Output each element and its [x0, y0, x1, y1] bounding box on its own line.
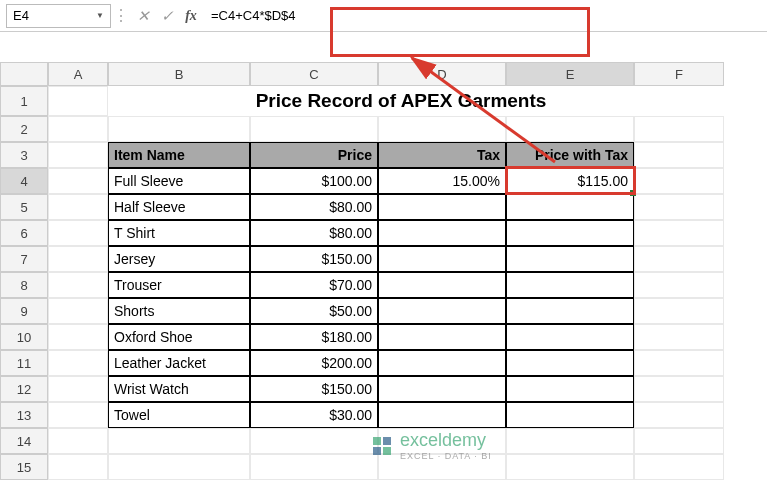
row-header-1[interactable]: 1 [0, 86, 48, 116]
cell-tax[interactable]: 15.00% [378, 168, 506, 194]
col-header-C[interactable]: C [250, 62, 378, 86]
header-pwt[interactable]: Price with Tax [506, 142, 634, 168]
cell[interactable] [378, 246, 506, 272]
cell[interactable] [48, 402, 108, 428]
cell[interactable] [634, 194, 724, 220]
cell[interactable] [250, 116, 378, 142]
row-header-4[interactable]: 4 [0, 168, 48, 194]
cell[interactable] [48, 168, 108, 194]
col-header-D[interactable]: D [378, 62, 506, 86]
cell[interactable] [634, 376, 724, 402]
cell[interactable] [378, 402, 506, 428]
row-header-9[interactable]: 9 [0, 298, 48, 324]
cell[interactable] [48, 428, 108, 454]
cell[interactable] [506, 194, 634, 220]
cell[interactable] [48, 194, 108, 220]
cell[interactable] [506, 376, 634, 402]
cell[interactable] [378, 298, 506, 324]
header-price[interactable]: Price [250, 142, 378, 168]
cell-item[interactable]: Half Sleeve [108, 194, 250, 220]
cell[interactable] [48, 142, 108, 168]
fx-icon[interactable]: fx [179, 4, 203, 28]
cell-item[interactable]: Trouser [108, 272, 250, 298]
cell-item[interactable]: Shorts [108, 298, 250, 324]
cell[interactable] [48, 220, 108, 246]
cell[interactable] [634, 116, 724, 142]
row-header-10[interactable]: 10 [0, 324, 48, 350]
cell[interactable] [378, 116, 506, 142]
fill-handle[interactable] [630, 190, 636, 196]
row-header-15[interactable]: 15 [0, 454, 48, 480]
row-header-8[interactable]: 8 [0, 272, 48, 298]
cell[interactable] [506, 350, 634, 376]
cell[interactable] [634, 298, 724, 324]
col-header-A[interactable]: A [48, 62, 108, 86]
cell-result-selected[interactable]: $115.00 [506, 168, 634, 194]
row-header-11[interactable]: 11 [0, 350, 48, 376]
cell[interactable] [48, 298, 108, 324]
row-header-12[interactable]: 12 [0, 376, 48, 402]
row-header-5[interactable]: 5 [0, 194, 48, 220]
cell[interactable] [634, 402, 724, 428]
cell[interactable] [250, 454, 378, 480]
col-header-F[interactable]: F [634, 62, 724, 86]
cell-price[interactable]: $80.00 [250, 194, 378, 220]
cell-item[interactable]: Leather Jacket [108, 350, 250, 376]
cell-price[interactable]: $30.00 [250, 402, 378, 428]
cell[interactable] [48, 454, 108, 480]
cell[interactable] [634, 324, 724, 350]
cell[interactable] [378, 376, 506, 402]
cell-item[interactable]: Wrist Watch [108, 376, 250, 402]
dropdown-icon[interactable]: ▼ [96, 11, 104, 20]
cell[interactable] [506, 116, 634, 142]
cell[interactable] [506, 246, 634, 272]
page-title[interactable]: Price Record of APEX Garments [108, 86, 694, 116]
cell[interactable] [378, 324, 506, 350]
cell-price[interactable]: $100.00 [250, 168, 378, 194]
cell-item[interactable]: Full Sleeve [108, 168, 250, 194]
cell[interactable] [48, 246, 108, 272]
cell-price[interactable]: $70.00 [250, 272, 378, 298]
enter-icon[interactable]: ✓ [155, 4, 179, 28]
formula-input[interactable]: =C4+C4*$D$4 [203, 4, 761, 28]
row-header-14[interactable]: 14 [0, 428, 48, 454]
cell-item[interactable]: Oxford Shoe [108, 324, 250, 350]
cell-item[interactable]: Towel [108, 402, 250, 428]
cell[interactable] [108, 116, 250, 142]
cell[interactable] [506, 428, 634, 454]
cell[interactable] [48, 272, 108, 298]
cell[interactable] [378, 350, 506, 376]
cell[interactable] [506, 454, 634, 480]
cell[interactable] [378, 194, 506, 220]
row-header-7[interactable]: 7 [0, 246, 48, 272]
cell[interactable] [634, 220, 724, 246]
row-header-3[interactable]: 3 [0, 142, 48, 168]
cell[interactable] [634, 350, 724, 376]
cell[interactable] [48, 376, 108, 402]
name-box[interactable]: E4 ▼ [6, 4, 111, 28]
row-header-13[interactable]: 13 [0, 402, 48, 428]
cell-price[interactable]: $80.00 [250, 220, 378, 246]
cell[interactable] [48, 324, 108, 350]
cell-price[interactable]: $150.00 [250, 376, 378, 402]
cell[interactable] [634, 168, 724, 194]
cell[interactable] [506, 220, 634, 246]
cell[interactable] [250, 428, 378, 454]
cell[interactable] [48, 116, 108, 142]
header-tax[interactable]: Tax [378, 142, 506, 168]
cell[interactable] [108, 454, 250, 480]
header-item[interactable]: Item Name [108, 142, 250, 168]
cell[interactable] [378, 220, 506, 246]
cell[interactable] [506, 324, 634, 350]
col-header-E[interactable]: E [506, 62, 634, 86]
cell[interactable] [378, 272, 506, 298]
select-all-corner[interactable] [0, 62, 48, 86]
cell-item[interactable]: Jersey [108, 246, 250, 272]
cell-item[interactable]: T Shirt [108, 220, 250, 246]
cell-price[interactable]: $180.00 [250, 324, 378, 350]
cell-price[interactable]: $200.00 [250, 350, 378, 376]
row-header-2[interactable]: 2 [0, 116, 48, 142]
cell[interactable] [108, 428, 250, 454]
cell[interactable] [634, 428, 724, 454]
cell-price[interactable]: $150.00 [250, 246, 378, 272]
